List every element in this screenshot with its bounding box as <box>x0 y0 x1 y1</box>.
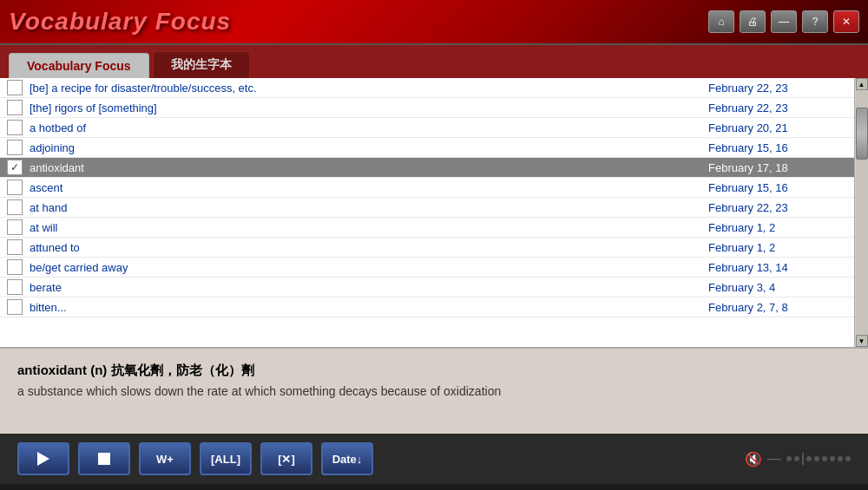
vocab-word: bitten... <box>30 301 708 314</box>
list-item[interactable]: [be] a recipe for disaster/trouble/succe… <box>0 78 854 98</box>
list-item[interactable]: at will February 1, 2 <box>0 218 854 238</box>
vocab-date: February 1, 2 <box>708 221 847 234</box>
vocabulary-list: [be] a recipe for disaster/trouble/succe… <box>0 78 854 347</box>
vol-dot-7 <box>838 456 843 461</box>
volume-icon: 🔇 <box>745 451 762 467</box>
row-checkbox-11[interactable] <box>7 279 23 295</box>
volume-dash: — <box>767 451 781 467</box>
vocab-date: February 13, 14 <box>708 261 847 274</box>
list-item[interactable]: ascent February 15, 16 <box>0 178 854 198</box>
vol-dot-4 <box>814 456 819 461</box>
vocab-date: February 22, 23 <box>708 101 847 114</box>
vocab-word: attuned to <box>30 241 708 254</box>
play-icon <box>37 452 49 466</box>
help-icon[interactable]: ? <box>802 10 828 33</box>
print-icon[interactable]: 🖨 <box>740 10 766 33</box>
list-item[interactable]: a hotbed of February 20, 21 <box>0 118 854 138</box>
definition-panel: antioxidant (n) 抗氧化劑，防老（化）劑 a substance … <box>0 347 868 434</box>
row-checkbox-12[interactable] <box>7 299 23 315</box>
list-item[interactable]: adjoining February 15, 16 <box>0 138 854 158</box>
home-icon[interactable]: ⌂ <box>708 10 734 33</box>
definition-english: a substance which slows down the rate at… <box>17 384 851 398</box>
vol-dot-6 <box>830 456 835 461</box>
vocab-date: February 3, 4 <box>708 281 847 294</box>
vol-dot-2 <box>794 456 799 461</box>
vol-line <box>802 453 804 465</box>
stop-icon <box>98 453 110 465</box>
row-checkbox-4[interactable] <box>7 140 23 155</box>
list-item[interactable]: bitten... February 2, 7, 8 <box>0 297 854 317</box>
vol-dot-3 <box>806 456 812 461</box>
all-button[interactable]: [ALL] <box>200 442 252 475</box>
list-item[interactable]: berate February 3, 4 <box>0 278 854 297</box>
vocab-word: at hand <box>30 201 708 214</box>
app-header: Vocabulary Focus ⌂ 🖨 — ? ✕ <box>0 0 868 45</box>
play-button[interactable] <box>17 442 69 475</box>
main-content: [be] a recipe for disaster/trouble/succe… <box>0 78 868 347</box>
row-checkbox-10[interactable] <box>7 259 23 275</box>
tab-vocabulary-focus[interactable]: Vocabulary Focus <box>9 53 149 78</box>
vocab-date: February 15, 16 <box>708 141 847 154</box>
vocab-word: ascent <box>30 181 708 194</box>
row-checkbox-7[interactable] <box>7 199 23 215</box>
vol-dot-8 <box>845 456 851 461</box>
list-item[interactable]: be/get carried away February 13, 14 <box>0 258 854 278</box>
vocab-word: antioxidant <box>30 161 708 174</box>
vocab-date: February 22, 23 <box>708 201 847 214</box>
control-bar: W+ [ALL] [✕] Date↓ 🔇 — <box>0 434 868 484</box>
scroll-up-arrow[interactable]: ▲ <box>856 78 868 90</box>
scrollbar-thumb[interactable] <box>856 108 868 160</box>
tab-my-wordbook[interactable]: 我的生字本 <box>153 51 250 78</box>
definition-word: antioxidant (n) 抗氧化劑，防老（化）劑 <box>17 363 851 379</box>
close-icon[interactable]: ✕ <box>833 10 859 33</box>
vocab-word: berate <box>30 281 708 294</box>
vocab-word: [the] rigors of [something] <box>30 101 708 114</box>
row-checkbox-3[interactable] <box>7 120 23 135</box>
list-item[interactable]: at hand February 22, 23 <box>0 198 854 218</box>
minimize-icon[interactable]: — <box>771 10 797 33</box>
vocab-date: February 20, 21 <box>708 121 847 134</box>
list-item[interactable]: [the] rigors of [something] February 22,… <box>0 98 854 118</box>
stop-button[interactable] <box>78 442 130 475</box>
tab-bar: Vocabulary Focus 我的生字本 <box>0 45 868 78</box>
vocab-date: February 1, 2 <box>708 241 847 254</box>
row-checkbox-2[interactable] <box>7 100 23 115</box>
vocab-word: be/get carried away <box>30 261 708 274</box>
vocab-date: February 22, 23 <box>708 82 847 95</box>
row-checkbox-1[interactable] <box>7 80 23 95</box>
vol-dot-1 <box>786 456 792 461</box>
scrollbar[interactable]: ▲ ▼ <box>854 78 868 347</box>
scroll-down-arrow[interactable]: ▼ <box>856 335 868 347</box>
vocab-word: at will <box>30 221 708 234</box>
volume-dots <box>786 453 851 465</box>
row-checkbox-8[interactable] <box>7 219 23 235</box>
list-item-selected[interactable]: ✓ antioxidant February 17, 18 <box>0 158 854 178</box>
vocab-word: a hotbed of <box>30 121 708 134</box>
w-plus-button[interactable]: W+ <box>139 442 191 475</box>
vocab-word: [be] a recipe for disaster/trouble/succe… <box>30 82 708 95</box>
vocab-word: adjoining <box>30 141 708 154</box>
vocab-date: February 17, 18 <box>708 161 847 174</box>
date-button[interactable]: Date↓ <box>321 442 373 475</box>
row-checkbox-9[interactable] <box>7 239 23 255</box>
shuffle-button[interactable]: [✕] <box>260 442 312 475</box>
row-checkbox-5[interactable]: ✓ <box>7 160 23 175</box>
row-checkbox-6[interactable] <box>7 180 23 195</box>
vol-dot-5 <box>822 456 827 461</box>
header-icons: ⌂ 🖨 — ? ✕ <box>708 10 859 33</box>
app-title: Vocabulary Focus <box>9 8 231 36</box>
vocab-date: February 15, 16 <box>708 181 847 194</box>
list-item[interactable]: attuned to February 1, 2 <box>0 238 854 258</box>
vocab-date: February 2, 7, 8 <box>708 301 847 314</box>
volume-control[interactable]: 🔇 — <box>745 451 851 467</box>
